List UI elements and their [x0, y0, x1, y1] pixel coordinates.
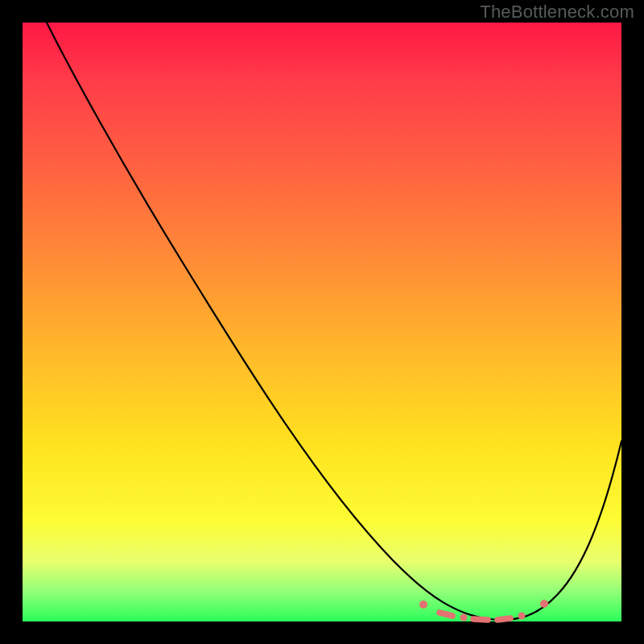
- svg-point-0: [419, 601, 427, 609]
- curve-layer: [23, 23, 621, 621]
- plot-area: [23, 23, 621, 621]
- svg-point-5: [518, 613, 526, 620]
- attribution-text: TheBottleneck.com: [480, 2, 634, 23]
- svg-point-2: [460, 614, 468, 621]
- svg-point-6: [540, 600, 548, 608]
- optimal-range-markers: [419, 600, 548, 621]
- svg-line-4: [497, 618, 510, 620]
- svg-line-3: [473, 619, 488, 620]
- bottleneck-curve: [47, 23, 621, 620]
- svg-line-1: [440, 613, 452, 616]
- chart-frame: TheBottleneck.com: [0, 0, 644, 644]
